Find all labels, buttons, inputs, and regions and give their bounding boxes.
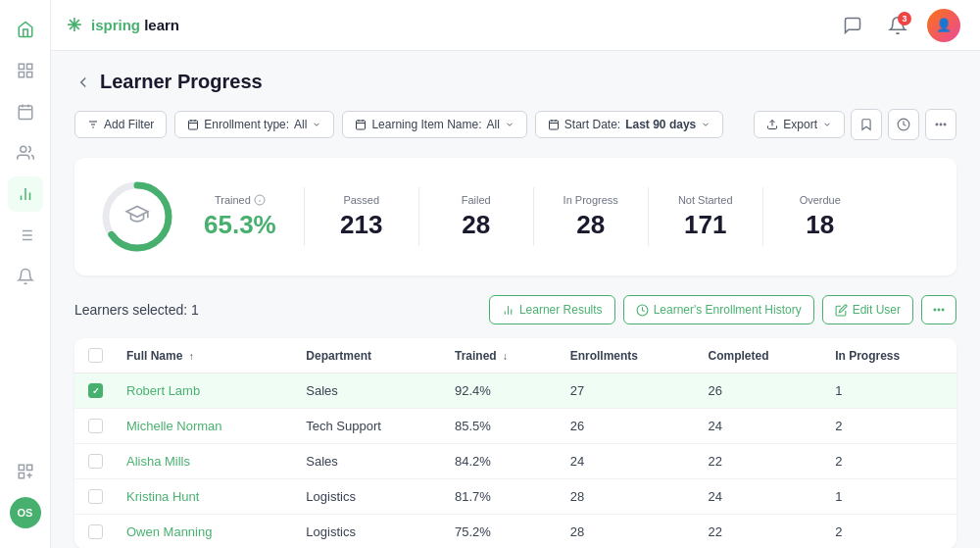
graduation-icon xyxy=(124,201,150,232)
completed-header[interactable]: Completed xyxy=(696,338,823,374)
table-row: Alisha Mills Sales 84.2% 24 22 2 xyxy=(74,444,956,479)
select-all-checkbox-header[interactable] xyxy=(74,338,115,374)
edit-user-button[interactable]: Edit User xyxy=(822,295,913,324)
learning-item-filter[interactable]: Learning Item Name: All xyxy=(342,111,526,138)
svg-point-8 xyxy=(20,146,25,152)
notification-bell-icon[interactable]: 3 xyxy=(882,10,913,41)
row-full-name-3: Kristina Hunt xyxy=(115,479,294,515)
enrollments-header[interactable]: Enrollments xyxy=(559,338,697,374)
row-department-1: Tech Support xyxy=(294,409,443,444)
sidebar-item-analytics[interactable] xyxy=(8,176,43,212)
enrollment-history-label: Learner's Enrollment History xyxy=(654,303,802,317)
passed-stat: Passed 213 xyxy=(332,194,391,240)
enrollment-type-label: Enrollment type: xyxy=(204,118,289,131)
learning-item-value: All xyxy=(486,118,499,131)
table-row: Robert Lamb Sales 92.4% 27 26 1 xyxy=(74,374,956,409)
sidebar-item-add[interactable] xyxy=(8,454,43,489)
stats-divider-5 xyxy=(762,187,763,246)
logo-text: ispring learn xyxy=(91,17,179,34)
sidebar-item-notifications[interactable] xyxy=(8,259,43,294)
content-area: Learner Progress Add Filter Enrollment t… xyxy=(51,51,980,548)
row-checkbox-3[interactable] xyxy=(74,479,115,515)
svg-point-38 xyxy=(936,124,938,125)
row-enrollments-3: 28 xyxy=(559,479,697,515)
svg-rect-1 xyxy=(26,64,31,69)
add-filter-button[interactable]: Add Filter xyxy=(74,111,167,138)
failed-stat: Failed 28 xyxy=(447,194,506,240)
row-checkbox-2[interactable] xyxy=(74,444,115,479)
overdue-stat: Overdue 18 xyxy=(791,194,850,240)
svg-rect-32 xyxy=(549,121,558,129)
svg-rect-18 xyxy=(19,465,24,470)
enrollment-type-value: All xyxy=(294,118,307,131)
enrollment-history-button[interactable]: Learner's Enrollment History xyxy=(623,295,814,324)
row-completed-3: 24 xyxy=(696,479,823,515)
more-options-button[interactable] xyxy=(925,109,956,140)
sidebar-item-users[interactable] xyxy=(8,135,43,171)
user-avatar[interactable]: 👤 xyxy=(927,9,960,42)
trained-sort-icon: ↓ xyxy=(503,351,508,362)
full-name-header[interactable]: Full Name ↑ xyxy=(115,338,294,374)
more-learner-actions-button[interactable] xyxy=(921,295,956,324)
not-started-value: 171 xyxy=(676,210,735,240)
stats-card: Trained 65.3% Passed 213 Failed 28 In Pr… xyxy=(74,158,956,275)
in-progress-value: 28 xyxy=(562,210,620,240)
full-name-sort-icon: ↑ xyxy=(189,351,194,362)
export-button[interactable]: Export xyxy=(754,111,845,138)
notification-badge: 3 xyxy=(898,12,911,25)
trained-label: Trained xyxy=(215,194,251,206)
svg-point-40 xyxy=(944,124,946,125)
chat-icon[interactable] xyxy=(837,10,868,41)
row-department-2: Sales xyxy=(294,444,443,479)
back-button[interactable] xyxy=(74,74,92,91)
row-in-progress-3: 1 xyxy=(823,479,956,515)
row-checkbox-1[interactable] xyxy=(74,409,115,444)
passed-label: Passed xyxy=(343,194,379,206)
table-header-row: Full Name ↑ Department Trained ↓ Enrollm… xyxy=(74,338,956,374)
table-row: Kristina Hunt Logistics 81.7% 28 24 1 xyxy=(74,479,956,515)
row-full-name-2: Alisha Mills xyxy=(115,444,294,479)
sidebar-item-reports[interactable] xyxy=(8,53,43,88)
sidebar: OS xyxy=(0,0,51,548)
row-trained-2: 84.2% xyxy=(443,444,559,479)
learner-results-button[interactable]: Learner Results xyxy=(489,295,615,324)
svg-point-51 xyxy=(938,309,940,311)
row-checkbox-0[interactable] xyxy=(74,374,115,409)
learners-selected-count: Learners selected: 1 xyxy=(74,302,199,318)
page-header: Learner Progress xyxy=(74,71,956,93)
row-trained-1: 85.5% xyxy=(443,409,559,444)
start-date-filter[interactable]: Start Date: Last 90 days xyxy=(535,111,723,138)
row-enrollments-2: 24 xyxy=(559,444,697,479)
overdue-label: Overdue xyxy=(800,194,841,206)
sidebar-item-home[interactable] xyxy=(8,12,43,47)
topbar-actions: 3 👤 xyxy=(837,9,960,42)
bookmark-button[interactable] xyxy=(851,109,882,140)
sidebar-item-content[interactable] xyxy=(8,218,43,253)
row-in-progress-0: 1 xyxy=(823,374,956,409)
sidebar-item-calendar[interactable] xyxy=(8,94,43,129)
row-enrollments-4: 28 xyxy=(559,515,697,549)
department-header[interactable]: Department xyxy=(294,338,443,374)
row-full-name-4: Owen Manning xyxy=(115,515,294,549)
row-checkbox-4[interactable] xyxy=(74,515,115,549)
trained-header[interactable]: Trained ↓ xyxy=(443,338,559,374)
learning-item-label: Learning Item Name: xyxy=(371,118,481,131)
row-department-4: Logistics xyxy=(294,515,443,549)
failed-label: Failed xyxy=(462,194,491,206)
row-department-0: Sales xyxy=(294,374,443,409)
passed-value: 213 xyxy=(332,210,391,240)
learner-action-buttons: Learner Results Learner's Enrollment His… xyxy=(489,295,956,324)
edit-user-label: Edit User xyxy=(853,303,901,317)
row-in-progress-2: 2 xyxy=(823,444,956,479)
history-button[interactable] xyxy=(888,109,919,140)
sidebar-user-avatar[interactable]: OS xyxy=(10,497,41,528)
row-in-progress-1: 2 xyxy=(823,409,956,444)
enrollment-type-filter[interactable]: Enrollment type: All xyxy=(174,111,334,138)
app-logo: ✳ ispring learn xyxy=(67,15,179,36)
in-progress-header[interactable]: In Progress xyxy=(823,338,956,374)
row-enrollments-0: 27 xyxy=(559,374,697,409)
not-started-stat: Not Started 171 xyxy=(676,194,735,240)
overdue-value: 18 xyxy=(791,210,850,240)
svg-rect-3 xyxy=(26,73,31,77)
failed-value: 28 xyxy=(447,210,506,240)
